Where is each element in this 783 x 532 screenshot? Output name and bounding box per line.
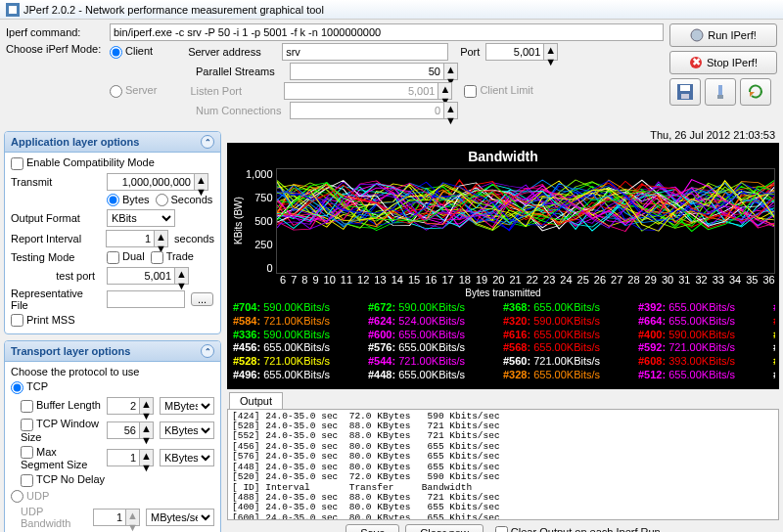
server-radio[interactable]: Server xyxy=(110,84,157,98)
seconds-radio[interactable]: Seconds xyxy=(156,194,213,207)
chart-title: Bandwidth xyxy=(231,147,775,168)
save-button[interactable]: Save xyxy=(345,524,399,533)
numconn-input xyxy=(290,102,444,119)
udpbw-unit: MBytes/sec xyxy=(146,509,214,526)
listen-input xyxy=(284,82,438,100)
compat-check[interactable]: Enable Compatibility Mode xyxy=(11,156,155,170)
port-label: Port xyxy=(460,46,480,58)
refresh-icon-button[interactable] xyxy=(740,78,771,106)
bytes-radio[interactable]: Bytes xyxy=(107,194,150,207)
tcp-radio[interactable]: TCP xyxy=(11,380,48,394)
svg-point-2 xyxy=(691,29,703,41)
testing-label: Testing Mode xyxy=(11,251,101,263)
output-tab[interactable]: Output xyxy=(229,392,283,409)
iperf-cmd-input[interactable] xyxy=(110,23,664,41)
brush-icon xyxy=(712,83,729,101)
svg-rect-6 xyxy=(680,85,690,91)
buflen-input[interactable] xyxy=(107,397,140,415)
app-icon xyxy=(6,3,20,17)
stop-button[interactable]: ✖Stop IPerf! xyxy=(669,51,777,74)
collapse-icon[interactable]: ⌃ xyxy=(201,135,214,149)
client-limit-check: Client Limit xyxy=(464,84,532,98)
titlebar: JPerf 2.0.2 - Network performance measur… xyxy=(0,0,783,20)
chart-legend: #704: 590.00KBits/s#584: 721.00KBits/s#3… xyxy=(231,298,775,385)
transmit-label: Transmit xyxy=(11,176,101,188)
refresh-icon xyxy=(747,83,764,101)
mode-label: Choose iPerf Mode: xyxy=(6,43,104,55)
svg-text:✖: ✖ xyxy=(692,56,701,67)
testport-input[interactable] xyxy=(107,267,175,285)
numconn-label: Num Connections xyxy=(196,105,284,116)
collapse-icon[interactable]: ⌃ xyxy=(201,344,214,358)
port-spinner[interactable]: ▲▼ xyxy=(544,43,558,61)
maxseg-check[interactable]: Max Segment Size xyxy=(11,446,101,471)
choose-proto-label: Choose the protocol to use xyxy=(11,366,214,377)
timestamp: Thu, 26 Jul 2012 21:03:53 xyxy=(227,129,779,143)
maxseg-unit[interactable]: KBytes xyxy=(160,449,214,466)
buflen-unit[interactable]: MBytes xyxy=(160,397,214,415)
winsize-unit[interactable]: KBytes xyxy=(160,421,214,439)
chart-xlabel: Bytes transmitted xyxy=(231,286,775,298)
tool-icon-button[interactable] xyxy=(705,78,736,106)
repfile-input[interactable] xyxy=(107,290,185,308)
chart: Bandwidth KBits (BW) 1,0007505002500 678… xyxy=(227,143,779,389)
repfile-label: Representative File xyxy=(11,288,101,311)
save-icon-button[interactable] xyxy=(669,78,701,106)
run-button[interactable]: Run IPerf! xyxy=(669,23,777,47)
outputfmt-label: Output Format xyxy=(11,212,101,224)
maxseg-input[interactable] xyxy=(107,449,140,466)
listen-label: Listen Port xyxy=(190,85,278,97)
transport-panel: Transport layer options⌃ Choose the prot… xyxy=(4,340,221,532)
chart-ylabel: KBits (BW) xyxy=(231,168,246,274)
printmss-check[interactable]: Print MSS xyxy=(11,314,75,328)
udp-radio[interactable]: UDP xyxy=(11,490,49,504)
buflen-check[interactable]: Buffer Length xyxy=(11,399,101,413)
output-text[interactable]: [424] 24.0-35.0 sec 72.0 KBytes 590 Kbit… xyxy=(227,409,779,520)
run-icon xyxy=(690,28,704,42)
port-input[interactable] xyxy=(485,43,544,61)
trans-panel-title: Transport layer options xyxy=(11,345,130,357)
window-title: JPerf 2.0.2 - Network performance measur… xyxy=(23,4,324,16)
iperf-cmd-label: Iperf command: xyxy=(6,26,104,38)
chart-yaxis: 1,0007505002500 xyxy=(246,168,276,274)
udpbw-input xyxy=(93,509,126,526)
reportint-label: Report Interval xyxy=(11,233,100,244)
dual-check[interactable]: Dual xyxy=(107,250,145,264)
app-layer-panel: Application layer options⌃ Enable Compat… xyxy=(4,131,221,334)
clear-each-check[interactable]: Clear Output on each Iperf Run xyxy=(495,526,661,532)
testport-label: test port xyxy=(11,270,101,282)
reportint-input[interactable] xyxy=(106,230,155,247)
stop-icon: ✖ xyxy=(689,56,703,69)
app-panel-title: Application layer options xyxy=(11,136,139,148)
trade-check[interactable]: Trade xyxy=(151,250,194,264)
udpbw-label: UDP Bandwidth xyxy=(11,506,87,529)
client-radio[interactable]: Client xyxy=(110,45,153,59)
chart-xaxis: 6789101112131415161718192021222324252627… xyxy=(231,274,775,286)
clear-button[interactable]: Clear now xyxy=(405,524,484,533)
parallel-spinner[interactable]: ▲▼ xyxy=(444,63,458,80)
winsize-check[interactable]: TCP Window Size xyxy=(11,418,101,443)
repfile-browse-button[interactable]: ... xyxy=(191,292,213,306)
svg-rect-7 xyxy=(681,94,689,99)
floppy-icon xyxy=(676,83,694,101)
server-addr-label: Server address xyxy=(188,46,276,58)
outputfmt-select[interactable]: KBits xyxy=(107,209,175,227)
server-addr-input[interactable] xyxy=(282,43,448,61)
parallel-label: Parallel Streams xyxy=(196,66,284,77)
svg-rect-8 xyxy=(718,85,722,95)
winsize-input[interactable] xyxy=(107,421,140,439)
nodelay-check[interactable]: TCP No Delay xyxy=(11,473,105,487)
parallel-input[interactable] xyxy=(290,63,444,80)
chart-plot xyxy=(276,168,775,274)
transmit-input[interactable] xyxy=(107,173,195,191)
svg-rect-9 xyxy=(717,95,723,99)
svg-rect-1 xyxy=(9,6,17,14)
